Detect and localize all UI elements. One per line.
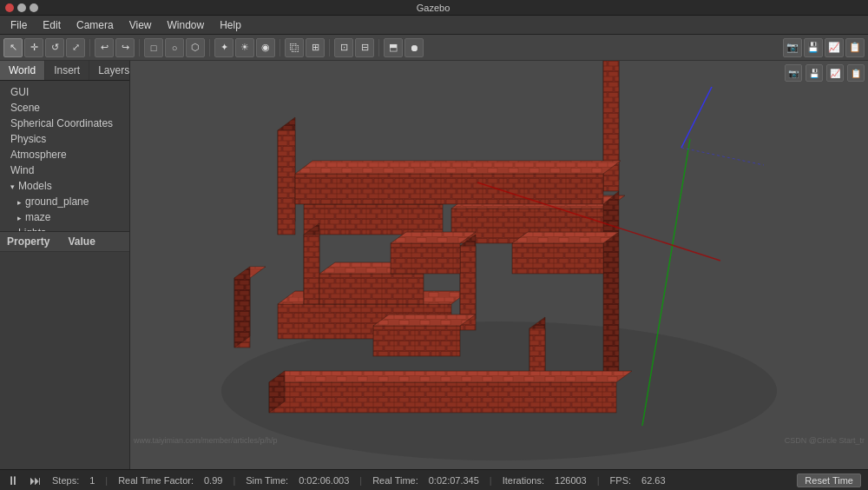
- tree-item-wind[interactable]: Wind: [0, 162, 129, 178]
- watermark-right: CSDN @Circle Start_tr: [785, 436, 865, 445]
- translate-tool-button[interactable]: ✛: [24, 38, 43, 57]
- align-button[interactable]: ⊡: [334, 38, 353, 57]
- pause-icon[interactable]: ⏸: [7, 473, 19, 487]
- sphere-button[interactable]: ○: [165, 38, 184, 57]
- fps-value: 62.63: [641, 475, 666, 486]
- real-time-value: 0:02:07.345: [429, 475, 479, 486]
- svg-marker-40: [603, 191, 619, 382]
- value-col-label: Value: [65, 234, 127, 249]
- sidebar: World Insert Layers GUI Scene Spherical …: [0, 61, 130, 469]
- toolbar-separator-4: [279, 39, 280, 56]
- viewport-icons: 📷 💾 📈 📋: [785, 64, 865, 82]
- cylinder-button[interactable]: ⬡: [186, 38, 205, 57]
- redo-button[interactable]: ↪: [115, 38, 135, 57]
- tab-layers[interactable]: Layers: [89, 61, 130, 80]
- world-tree: GUI Scene Spherical Coordinates Physics …: [0, 81, 129, 231]
- tree-item-ground-plane[interactable]: ▸ground_plane: [0, 194, 129, 209]
- svg-rect-36: [373, 326, 460, 356]
- undo-button[interactable]: ↩: [95, 38, 114, 57]
- tree-item-spherical[interactable]: Spherical Coordinates: [0, 116, 129, 131]
- tree-item-maze[interactable]: ▸maze: [0, 209, 129, 225]
- box-button[interactable]: □: [144, 38, 163, 57]
- titlebar-controls[interactable]: [5, 3, 38, 12]
- reset-time-button[interactable]: Reset Time: [797, 473, 861, 487]
- pointlight-button[interactable]: ✦: [214, 38, 233, 57]
- dirlight-button[interactable]: ☀: [235, 38, 254, 57]
- sidebar-tab-bar: World Insert Layers: [0, 61, 129, 81]
- minimize-button[interactable]: [17, 3, 26, 12]
- tab-insert[interactable]: Insert: [45, 61, 89, 80]
- menu-window[interactable]: Window: [161, 17, 212, 33]
- record-button[interactable]: ⏺: [404, 38, 424, 57]
- iterations-label: Iterations:: [503, 475, 544, 486]
- screenshot-button[interactable]: 📷: [783, 38, 802, 57]
- vp-icon-1[interactable]: 📷: [785, 64, 802, 82]
- close-button[interactable]: [5, 3, 14, 12]
- svg-rect-32: [295, 174, 603, 204]
- property-header: Property Value: [0, 232, 129, 252]
- svg-rect-44: [391, 243, 460, 274]
- realtime-factor-value: 0.99: [204, 475, 222, 486]
- svg-marker-33: [295, 161, 621, 174]
- toolbar-separator-2: [139, 39, 140, 56]
- snap-button[interactable]: ⊟: [355, 38, 374, 57]
- step-icon[interactable]: ⏭: [30, 473, 42, 487]
- tree-item-atmosphere[interactable]: Atmosphere: [0, 147, 129, 162]
- maze-arrow: ▸: [17, 214, 22, 222]
- rotate-tool-button[interactable]: ↺: [45, 38, 64, 57]
- svg-rect-28: [319, 274, 424, 304]
- select-tool-button[interactable]: ↖: [3, 38, 23, 57]
- svg-rect-27: [304, 235, 319, 304]
- menu-file[interactable]: File: [3, 17, 34, 33]
- sim-time-label: Sim Time:: [246, 475, 288, 486]
- fps-label: FPS:: [610, 475, 631, 486]
- sim-time-value: 0:02:06.003: [299, 475, 349, 486]
- menu-view[interactable]: View: [122, 17, 159, 33]
- measure-button[interactable]: ⬒: [384, 38, 403, 57]
- 3d-viewport[interactable]: 📷 💾 📈 📋 www.taiyimian.com/member/article…: [130, 61, 868, 469]
- copy-button[interactable]: ⿻: [285, 38, 304, 57]
- menu-edit[interactable]: Edit: [36, 17, 68, 33]
- maximize-button[interactable]: [30, 3, 38, 12]
- status-bar: ⏸ ⏭ Steps: 1 | Real Time Factor: 0.99 | …: [0, 469, 868, 490]
- tree-item-physics[interactable]: Physics: [0, 131, 129, 147]
- vp-icon-2[interactable]: 💾: [806, 64, 823, 82]
- sep5: |: [597, 475, 600, 486]
- tree-item-scene[interactable]: Scene: [0, 100, 129, 116]
- tree-item-lights[interactable]: ▸Lights: [0, 225, 129, 231]
- real-time-label: Real Time:: [372, 475, 418, 486]
- save-button[interactable]: 💾: [804, 38, 823, 57]
- graph-button[interactable]: 📈: [825, 38, 844, 57]
- tree-item-gui[interactable]: GUI: [0, 84, 129, 100]
- sep2: |: [233, 475, 235, 486]
- property-body: [0, 252, 129, 469]
- svg-rect-46: [512, 243, 603, 274]
- paste-button[interactable]: ⊞: [306, 38, 325, 57]
- menu-bar: File Edit Camera View Window Help: [0, 16, 868, 35]
- svg-rect-24: [304, 204, 443, 235]
- title-bar: Gazebo: [0, 0, 868, 16]
- svg-marker-37: [373, 315, 476, 326]
- scale-tool-button[interactable]: ⤢: [66, 38, 85, 57]
- models-arrow: ▾: [10, 182, 15, 191]
- log-button[interactable]: 📋: [845, 38, 865, 57]
- svg-marker-42: [269, 371, 632, 382]
- ground-arrow: ▸: [17, 198, 22, 207]
- tab-world[interactable]: World: [0, 61, 45, 80]
- vp-icon-3[interactable]: 📈: [826, 64, 844, 82]
- spotlight-button[interactable]: ◉: [256, 38, 275, 57]
- svg-rect-41: [269, 382, 616, 413]
- toolbar-separator-6: [378, 39, 379, 56]
- menu-camera[interactable]: Camera: [69, 17, 121, 33]
- steps-label: Steps:: [52, 475, 79, 486]
- svg-marker-47: [512, 232, 619, 243]
- iterations-value: 126003: [555, 475, 587, 486]
- vp-icon-4[interactable]: 📋: [847, 64, 865, 82]
- sep4: |: [490, 475, 492, 486]
- property-col-label: Property: [3, 234, 65, 249]
- tree-item-models[interactable]: ▾Models: [0, 178, 129, 194]
- menu-help[interactable]: Help: [213, 17, 248, 33]
- toolbar-separator-3: [209, 39, 210, 56]
- sep3: |: [359, 475, 362, 486]
- watermark-left: www.taiyimian.com/member/articles/p/h/p: [134, 436, 278, 445]
